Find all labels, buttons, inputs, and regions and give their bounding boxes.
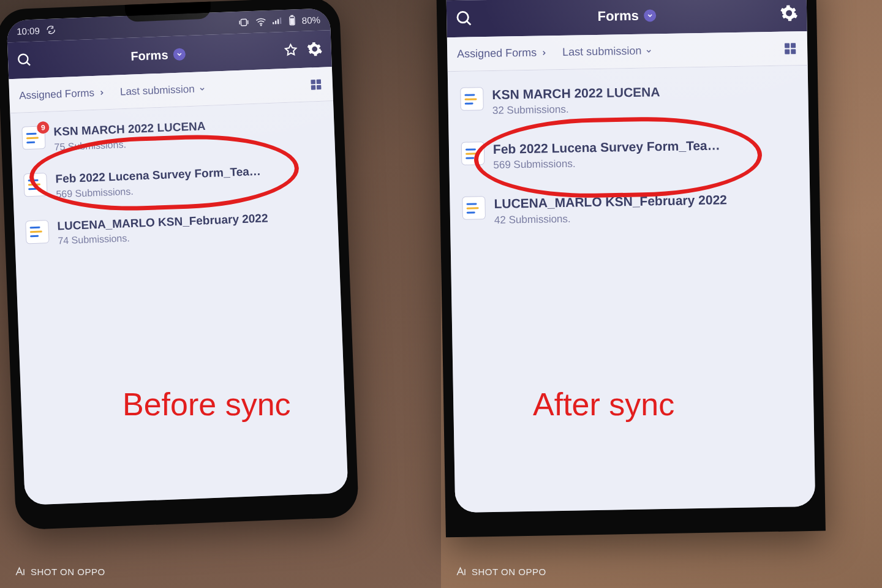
phone-notch	[125, 2, 211, 22]
after-panel: 10.10	[441, 0, 882, 588]
wifi-icon	[255, 17, 267, 26]
form-title: Feb 2022 Lucena Survey Form_Tea…	[493, 138, 720, 157]
form-icon	[462, 197, 486, 221]
camera-watermark: SHOT ON OPPO	[15, 566, 105, 577]
vibrate-icon	[238, 18, 250, 27]
svg-rect-8	[290, 18, 294, 24]
form-icon: 9	[21, 126, 45, 149]
svg-rect-3	[275, 21, 277, 24]
grid-view-icon[interactable]	[783, 41, 797, 56]
form-title: LUCENA_MARLO KSN_February 2022	[494, 192, 727, 212]
folder-filter-label: Assigned Forms	[19, 87, 95, 102]
status-time: 10:09	[17, 25, 40, 36]
svg-rect-13	[317, 85, 322, 89]
filter-bar: Assigned Forms Last submission	[447, 31, 808, 72]
title-dropdown-icon[interactable]	[644, 9, 656, 21]
chevron-right-icon	[98, 89, 105, 96]
signal-icon	[273, 17, 283, 26]
svg-rect-7	[291, 15, 293, 17]
form-subtitle: 569 Submissions.	[493, 156, 720, 172]
sort-filter[interactable]: Last submission	[120, 83, 206, 98]
battery-icon	[288, 15, 296, 26]
phone-frame-left: 10:09	[0, 0, 359, 530]
chevron-right-icon	[540, 49, 548, 56]
form-icon	[23, 173, 47, 197]
svg-rect-25	[791, 43, 796, 48]
chevron-down-icon	[198, 85, 206, 92]
form-subtitle: 75 Submissions.	[54, 136, 206, 153]
svg-rect-5	[280, 18, 282, 24]
svg-rect-27	[791, 49, 796, 54]
svg-rect-11	[317, 79, 322, 84]
gear-icon[interactable]	[306, 41, 323, 58]
gear-icon[interactable]	[780, 4, 799, 23]
form-icon	[460, 87, 484, 111]
search-icon[interactable]	[455, 9, 474, 28]
watermark-text: SHOT ON OPPO	[31, 567, 105, 577]
forms-list: 9 KSN MARCH 2022 LUCENA 75 Submissions.	[10, 101, 348, 505]
form-subtitle: 32 Submissions.	[492, 102, 661, 117]
ai-logo-icon	[15, 566, 26, 577]
svg-rect-0	[241, 19, 246, 26]
svg-point-23	[458, 12, 469, 23]
list-item[interactable]: KSN MARCH 2022 LUCENA 32 Submissions.	[448, 69, 809, 130]
folder-filter[interactable]: Assigned Forms	[457, 46, 548, 61]
list-item[interactable]: Feb 2022 Lucena Survey Form_Tea… 569 Sub…	[448, 124, 809, 184]
ai-logo-icon	[456, 566, 467, 577]
svg-rect-4	[277, 19, 279, 24]
search-icon[interactable]	[17, 52, 33, 69]
chevron-down-icon	[645, 47, 652, 55]
svg-rect-24	[785, 43, 790, 48]
svg-rect-2	[273, 22, 274, 24]
sort-filter-label: Last submission	[562, 45, 641, 59]
folder-filter[interactable]: Assigned Forms	[19, 86, 105, 102]
form-title: KSN MARCH 2022 LUCENA	[492, 84, 660, 102]
title-dropdown-icon[interactable]	[173, 48, 186, 61]
svg-rect-10	[311, 79, 315, 84]
form-icon	[25, 220, 49, 244]
before-panel: 10:09	[0, 0, 441, 588]
camera-watermark: SHOT ON OPPO	[456, 566, 546, 577]
sync-icon	[45, 24, 56, 35]
status-battery: 80%	[302, 14, 321, 25]
star-icon[interactable]	[283, 42, 298, 58]
svg-rect-12	[311, 85, 316, 90]
svg-rect-26	[785, 49, 790, 54]
svg-point-1	[260, 25, 262, 26]
sort-filter[interactable]: Last submission	[562, 44, 652, 59]
phone-frame-right: 10.10	[436, 0, 826, 537]
forms-list: KSN MARCH 2022 LUCENA 32 Submissions. Fe…	[448, 66, 815, 513]
unsynced-badge: 9	[37, 121, 50, 134]
page-title: Forms	[597, 8, 639, 24]
form-icon	[461, 141, 485, 165]
folder-filter-label: Assigned Forms	[457, 47, 537, 61]
list-item[interactable]: LUCENA_MARLO KSN_February 2022 42 Submis…	[450, 178, 810, 239]
form-subtitle: 42 Submissions.	[494, 210, 728, 227]
page-title: Forms	[130, 48, 168, 63]
sort-filter-label: Last submission	[120, 83, 195, 98]
grid-view-icon[interactable]	[309, 77, 323, 91]
watermark-text: SHOT ON OPPO	[472, 567, 546, 577]
